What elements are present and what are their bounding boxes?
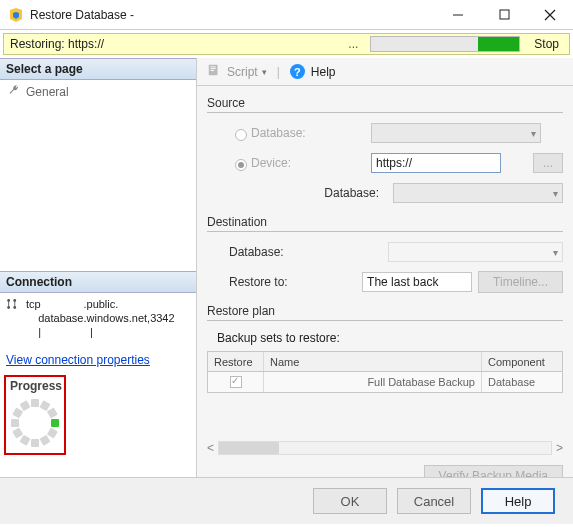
restoring-banner: Restoring: https:// ... Stop: [3, 33, 570, 55]
chevron-down-icon: ▾: [553, 188, 558, 199]
restoring-ellipsis: ...: [340, 37, 366, 51]
restore-plan-group: Restore plan Backup sets to restore: Res…: [207, 304, 563, 477]
dest-database-dropdown[interactable]: ▾: [388, 242, 563, 262]
grid-header: Restore Name Component: [208, 352, 562, 372]
right-panel: Script ▾ | ? Help Source Database: ▾: [197, 58, 573, 477]
source-database-radio[interactable]: [235, 129, 247, 141]
script-icon: [207, 63, 221, 80]
minimize-button[interactable]: [435, 0, 481, 30]
grid-row[interactable]: Full Database Backup Database: [208, 372, 562, 392]
select-page-header: Select a page: [0, 58, 196, 80]
script-dropdown[interactable]: ▾: [262, 67, 267, 77]
scrollbar-thumb[interactable]: [219, 442, 279, 454]
app-icon: [8, 7, 24, 23]
titlebar: Restore Database -: [0, 0, 573, 30]
scrollbar-track[interactable]: [218, 441, 552, 455]
window-title: Restore Database -: [30, 8, 435, 22]
maximize-button[interactable]: [481, 0, 527, 30]
left-panel: Select a page General Connection tcp .pu…: [0, 58, 197, 477]
verify-backup-button[interactable]: Verify Backup Media: [424, 465, 563, 477]
source-database2-dropdown[interactable]: ▾: [393, 183, 563, 203]
backup-sets-grid: Restore Name Component Full Database Bac…: [207, 351, 563, 393]
source-device-input[interactable]: https://: [371, 153, 501, 173]
restoring-text: Restoring: https://: [4, 37, 340, 51]
right-toolbar: Script ▾ | ? Help: [197, 58, 573, 86]
dest-database-label: Database:: [229, 245, 349, 259]
connection-text: tcp .public. database.windows.net,3342 |…: [26, 297, 175, 339]
source-device-browse-button[interactable]: ...: [533, 153, 563, 173]
grid-horizontal-scrollbar[interactable]: < >: [207, 439, 563, 457]
destination-title: Destination: [207, 215, 563, 232]
source-group: Source Database: ▾ Device: https://: [207, 96, 563, 205]
progress-label: Progress: [10, 379, 60, 393]
connection-body: tcp .public. database.windows.net,3342 |…: [0, 293, 196, 343]
scroll-right-icon[interactable]: >: [556, 441, 563, 455]
close-button[interactable]: [527, 0, 573, 30]
col-restore-header[interactable]: Restore: [208, 352, 264, 371]
progress-section: Progress: [4, 375, 66, 455]
source-database-dropdown[interactable]: ▾: [371, 123, 541, 143]
col-name-header[interactable]: Name: [264, 352, 482, 371]
restoring-progressbar: [370, 36, 520, 52]
restore-row-checkbox[interactable]: [230, 376, 242, 388]
ok-button[interactable]: OK: [313, 488, 387, 514]
svg-rect-10: [211, 68, 216, 69]
svg-rect-9: [211, 67, 216, 68]
progress-spinner: [13, 401, 57, 445]
scroll-left-icon[interactable]: <: [207, 441, 214, 455]
timeline-button[interactable]: Timeline...: [478, 271, 563, 293]
script-button[interactable]: Script: [227, 65, 258, 79]
chevron-down-icon: ▾: [531, 128, 536, 139]
col-component-header[interactable]: Component: [482, 352, 562, 371]
dest-restore-to-label: Restore to:: [229, 275, 349, 289]
dialog-footer: OK Cancel Help: [0, 478, 573, 524]
dest-restore-to-value: The last back: [362, 272, 472, 292]
destination-group: Destination Database: ▾ Restore to: The …: [207, 215, 563, 294]
restoring-progress-fill: [478, 37, 519, 51]
row-component-cell: Database: [482, 372, 562, 392]
connection-header: Connection: [0, 271, 196, 293]
help-icon: ?: [290, 64, 305, 79]
page-general[interactable]: General: [0, 80, 196, 103]
chevron-down-icon: ▾: [553, 247, 558, 258]
restore-plan-title: Restore plan: [207, 304, 563, 321]
page-general-label: General: [26, 85, 69, 99]
svg-rect-11: [211, 70, 215, 71]
cancel-button[interactable]: Cancel: [397, 488, 471, 514]
help-footer-button[interactable]: Help: [481, 488, 555, 514]
window-controls: [435, 0, 573, 30]
svg-rect-1: [500, 10, 509, 19]
restore-plan-subtitle: Backup sets to restore:: [207, 329, 563, 347]
toolbar-separator: |: [277, 65, 280, 79]
source-database-label: Database:: [251, 126, 371, 140]
source-title: Source: [207, 96, 563, 113]
help-button[interactable]: Help: [311, 65, 336, 79]
view-connection-properties-link[interactable]: View connection properties: [0, 343, 196, 373]
row-name-cell: Full Database Backup: [264, 372, 482, 392]
server-icon: [6, 297, 20, 313]
stop-button[interactable]: Stop: [524, 34, 569, 54]
source-device-label: Device:: [251, 156, 371, 170]
source-device-radio[interactable]: [235, 159, 247, 171]
wrench-icon: [8, 84, 20, 99]
source-database2-label: Database:: [251, 186, 393, 200]
